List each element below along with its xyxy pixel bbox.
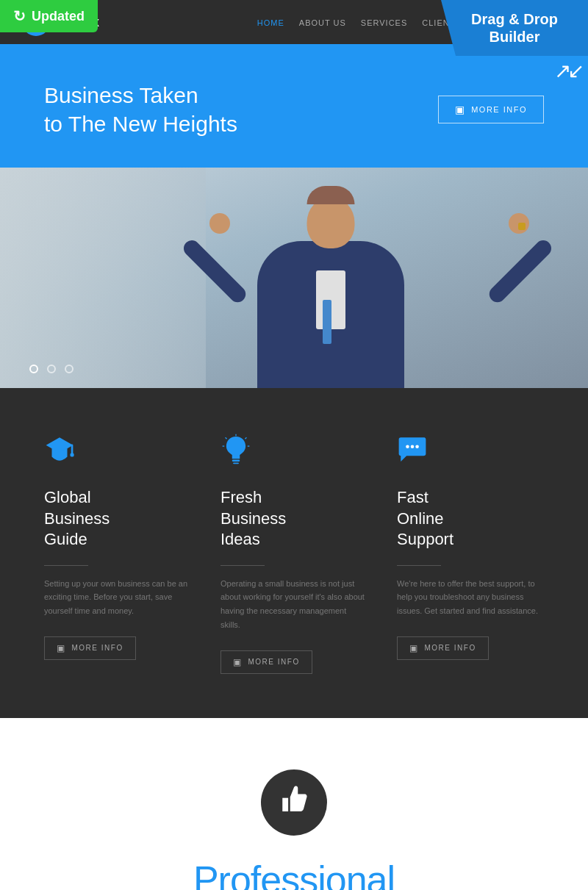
feature-2-more-info-button[interactable]: ▣ MORE INFO [220,650,312,674]
feature-3-title: FastOnlineSupport [397,487,544,550]
feature-item-2: FreshBusinessIdeas Operating a small bus… [220,432,368,674]
feature-2-btn-icon: ▣ [233,657,243,667]
resize-arrows-icon: ↗↙ [554,59,581,83]
feature-item-3: FastOnlineSupport We're here to offer th… [397,432,544,674]
svg-rect-3 [232,459,240,462]
carousel-dot-2[interactable] [47,365,56,373]
svg-point-2 [70,453,74,456]
thumbs-up-circle [261,769,327,836]
features-section: GlobalBusinessGuide Setting up your own … [0,388,588,718]
carousel-dots [29,365,74,373]
thumbs-up-icon [279,783,309,821]
white-section: Professional Business Solutions & Consul… [0,718,588,890]
hero-more-info-button[interactable]: ▣ MORE INFO [438,96,544,123]
feature-1-desc: Setting up your own business can be an e… [44,577,191,618]
hero-section: Business Taken to The New Heights ▣ MORE… [0,44,588,168]
svg-point-10 [406,445,409,448]
updated-label: Updated [32,9,85,24]
graduation-cap-icon [44,432,191,473]
feature-1-title: GlobalBusinessGuide [44,487,191,550]
feature-3-btn-icon: ▣ [409,643,419,653]
feature-3-divider [397,565,441,566]
white-section-title: Professional [193,858,395,890]
dnd-badge: Drag & Drop Builder [441,0,588,56]
hero-image [0,168,588,388]
svg-line-6 [226,437,227,439]
nav-item-about[interactable]: ABOUT US [299,18,346,27]
feature-1-divider [44,565,88,566]
feature-2-btn-label: MORE INFO [248,658,300,666]
feature-item-1: GlobalBusinessGuide Setting up your own … [44,432,191,674]
dnd-line2: Builder [490,29,540,45]
feature-2-title: FreshBusinessIdeas [220,487,368,550]
carousel-dot-3[interactable] [65,365,74,373]
updated-badge: ↻ Updated [0,0,98,32]
hero-btn-label: MORE INFO [471,105,527,114]
feature-3-more-info-button[interactable]: ▣ MORE INFO [397,636,489,660]
hero-title: Business Taken to The New Heights [44,81,237,138]
chat-bubble-icon [397,432,544,473]
dnd-line1: Drag & Drop [471,11,558,27]
feature-1-btn-label: MORE INFO [72,644,123,652]
refresh-icon: ↻ [13,7,26,25]
lightbulb-icon [220,432,368,473]
feature-2-desc: Operating a small business is not just a… [220,577,368,632]
svg-rect-4 [233,462,239,464]
feature-1-more-info-button[interactable]: ▣ MORE INFO [44,636,136,660]
feature-3-btn-label: MORE INFO [425,644,476,652]
carousel-dot-1[interactable] [29,365,38,373]
svg-rect-1 [71,444,74,453]
feature-3-desc: We're here to offer the best support, to… [397,577,544,618]
svg-point-11 [411,445,415,448]
nav-item-home[interactable]: HOME [257,18,284,27]
hero-btn-icon: ▣ [455,104,466,115]
svg-line-7 [245,437,246,439]
feature-1-btn-icon: ▣ [57,643,66,653]
nav-item-services[interactable]: SERVICES [361,18,407,27]
svg-point-12 [415,445,419,448]
feature-2-divider [220,565,265,566]
